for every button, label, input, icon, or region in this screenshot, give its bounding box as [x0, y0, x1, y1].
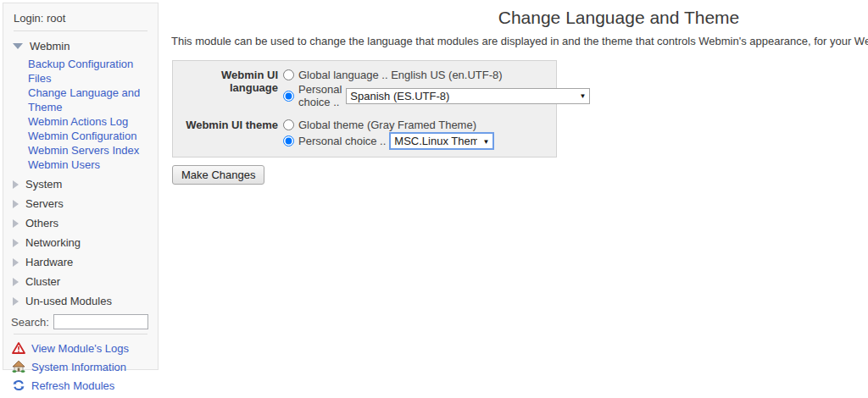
global-language-radio[interactable] — [283, 69, 294, 80]
sidebar-category-system[interactable]: System — [3, 174, 158, 194]
chevron-right-icon — [13, 258, 19, 267]
language-theme-form: Webmin UI language Global language .. En… — [172, 60, 557, 158]
page-title: Change Language and Theme — [161, 8, 868, 28]
search-input[interactable] — [53, 314, 148, 329]
home-icon — [12, 360, 25, 373]
language-select[interactable]: Spanish (ES.UTF-8) — [346, 88, 590, 104]
sidebar-category-others[interactable]: Others — [3, 213, 158, 233]
category-label: System — [25, 178, 62, 191]
sidebar-item-backup-configuration-files[interactable]: Backup Configuration Files — [28, 57, 158, 86]
sidebar-category-cluster[interactable]: Cluster — [3, 272, 158, 291]
chevron-right-icon — [13, 239, 19, 247]
chevron-right-icon — [13, 297, 19, 306]
sidebar: Login: root Webmin Backup Configuration … — [3, 3, 159, 370]
global-theme-radio[interactable] — [283, 119, 294, 130]
sidebar-item-change-language-and-theme[interactable]: Change Language and Theme — [28, 86, 158, 114]
sidebar-item-webmin-servers-index[interactable]: Webmin Servers Index — [28, 143, 158, 158]
link-label: Refresh Modules — [31, 379, 114, 392]
view-modules-logs-link[interactable]: View Module's Logs — [3, 339, 158, 357]
chevron-right-icon — [13, 219, 19, 228]
global-language-option-label: Global language .. English US (en.UTF-8) — [298, 69, 503, 81]
personal-language-radio[interactable] — [283, 91, 294, 102]
sidebar-search: Search: — [3, 311, 158, 334]
personal-language-option-label: Personal choice .. — [298, 83, 342, 108]
main-content: Change Language and Theme This module ca… — [161, 0, 868, 185]
sidebar-footer-links: View Module's Logs System Information — [3, 334, 158, 398]
webmin-ui-theme-row: Webmin UI theme Global theme (Gray Frame… — [178, 117, 551, 149]
personal-theme-option-label: Personal choice .. — [298, 135, 386, 147]
sidebar-category-unused-modules[interactable]: Un-used Modules — [3, 291, 158, 311]
sidebar-category-hardware[interactable]: Hardware — [3, 252, 158, 272]
webmin-module-links: Backup Configuration Files Change Langua… — [3, 56, 158, 174]
field-label: Webmin UI language — [178, 67, 278, 108]
category-label: Webmin — [30, 40, 70, 53]
warning-icon — [12, 341, 25, 355]
sidebar-item-webmin-configuration[interactable]: Webmin Configuration — [28, 129, 158, 143]
logout-link[interactable]: Logout — [3, 395, 158, 398]
category-label: Un-used Modules — [25, 295, 112, 307]
refresh-modules-link[interactable]: Refresh Modules — [3, 376, 158, 395]
search-label: Search: — [11, 316, 49, 329]
refresh-icon — [12, 379, 25, 392]
sidebar-category-servers[interactable]: Servers — [3, 194, 158, 213]
chevron-down-icon — [13, 43, 23, 49]
field-label: Webmin UI theme — [178, 117, 278, 149]
sidebar-category-networking[interactable]: Networking — [3, 233, 158, 252]
sidebar-item-webmin-actions-log[interactable]: Webmin Actions Log — [28, 114, 158, 129]
chevron-right-icon — [13, 180, 19, 189]
link-label: System Information — [31, 361, 126, 373]
make-changes-button[interactable]: Make Changes — [172, 165, 264, 185]
system-information-link[interactable]: System Information — [3, 357, 158, 376]
category-label: Others — [25, 217, 58, 229]
link-label: View Module's Logs — [31, 342, 129, 355]
theme-select[interactable]: MSC.Linux Theme — [390, 133, 493, 149]
category-label: Hardware — [25, 256, 73, 268]
chevron-right-icon — [13, 278, 19, 286]
webmin-ui-language-row: Webmin UI language Global language .. En… — [178, 67, 551, 108]
sidebar-category-webmin[interactable]: Webmin — [3, 36, 158, 56]
module-description: This module can be used to change the la… — [171, 35, 868, 47]
category-label: Networking — [25, 236, 81, 249]
category-label: Cluster — [25, 275, 60, 288]
divider — [14, 30, 147, 31]
chevron-right-icon — [13, 200, 19, 208]
login-status: Login: root — [3, 3, 158, 30]
sidebar-item-webmin-users[interactable]: Webmin Users — [28, 158, 158, 172]
category-label: Servers — [25, 197, 64, 210]
personal-theme-radio[interactable] — [283, 135, 294, 146]
global-theme-option-label: Global theme (Gray Framed Theme) — [298, 119, 476, 131]
